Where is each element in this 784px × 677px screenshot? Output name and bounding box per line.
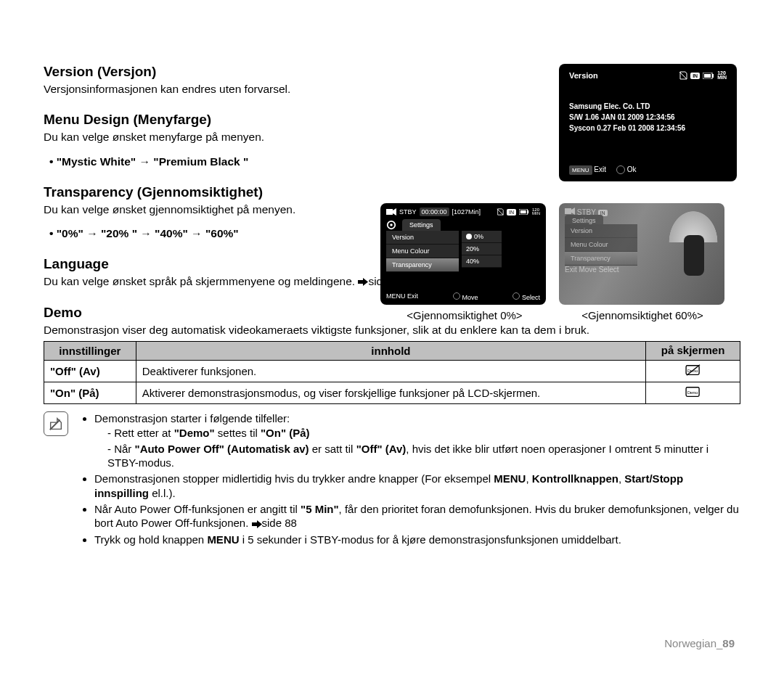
cell-content-off: Deaktiverer funksjonen. bbox=[136, 360, 645, 382]
svg-text:Demo: Demo bbox=[687, 390, 697, 395]
heading-menu-design: Menu Design (Menyfarge) bbox=[44, 112, 399, 128]
menu-item-version: Version bbox=[565, 224, 637, 238]
svg-rect-8 bbox=[527, 210, 528, 213]
camcorder-icon bbox=[565, 208, 575, 215]
footer-page: 89 bbox=[722, 637, 735, 649]
heading-transparency: Transparency (Gjennomsiktighet) bbox=[44, 184, 399, 200]
section-version: Version (Versjon) Versjonsinformasjonen … bbox=[44, 64, 399, 96]
ok-icon bbox=[616, 165, 625, 174]
check-icon bbox=[466, 234, 472, 239]
screen-menu-0: STBY 00:00:00 [1027Min] IN 120 MIN Setti… bbox=[380, 203, 546, 305]
svg-rect-11 bbox=[565, 208, 571, 214]
menu-item-transparency: Transparency bbox=[386, 258, 459, 272]
bullet-menu-design: "Mystic White" → "Premium Black " bbox=[49, 155, 399, 168]
menu-item-transparency: Transparency bbox=[565, 252, 637, 266]
menu-item-version: Version bbox=[386, 231, 459, 245]
note-1: Demonstrasjon starter i følgende tilfell… bbox=[94, 411, 740, 470]
th-onscreen: på skjermen bbox=[646, 341, 740, 360]
cell-icon-on: Demo bbox=[646, 382, 740, 403]
demo-on-icon: Demo bbox=[685, 385, 701, 398]
gear-icon bbox=[386, 220, 396, 230]
time-label: 00:00:00 bbox=[420, 208, 449, 216]
screen-version-status-icons: IN 120 MIN bbox=[679, 71, 727, 81]
caption-0pct: <Gjennomsiktighet 0%> bbox=[382, 309, 547, 321]
min-badge: 120 MIN bbox=[717, 71, 727, 81]
opt-40: 40% bbox=[462, 255, 502, 268]
exit-label: Exit bbox=[407, 292, 418, 300]
th-settings: innstillinger bbox=[44, 341, 136, 360]
svg-rect-7 bbox=[520, 210, 526, 213]
demo-off-icon: Demo bbox=[685, 364, 701, 377]
menu-button-label: MENU bbox=[386, 292, 406, 300]
desc-menu-design: Du kan velge ønsket menyfarge på menyen. bbox=[44, 131, 399, 144]
select-label: Select bbox=[522, 294, 540, 301]
version-line-3: Syscon 0.27 Feb 01 2008 12:34:56 bbox=[569, 123, 727, 134]
move-label: Move bbox=[462, 294, 478, 301]
screen-version: Version IN 120 MIN Samsung Elec. Co. LTD… bbox=[559, 64, 737, 181]
in-badge: IN bbox=[507, 209, 516, 216]
note-block: Demonstrasjon starter i følgende tilfell… bbox=[44, 411, 740, 549]
desc-version: Versjonsinformasjonen kan endres uten fo… bbox=[44, 83, 399, 96]
settings-tab: Settings bbox=[402, 219, 441, 231]
select-label: Select bbox=[599, 266, 619, 274]
heading-version: Version (Versjon) bbox=[44, 64, 399, 80]
demo-table: innstillinger innhold på skjermen "Off" … bbox=[44, 341, 740, 404]
screen-menu-60: STBY IN Settings Version Menu Colour Tra… bbox=[559, 203, 724, 305]
opt-0: 0% bbox=[462, 231, 502, 243]
version-line-2: S/W 1.06 JAN 01 2009 12:34:56 bbox=[569, 112, 727, 123]
in-badge: IN bbox=[690, 73, 700, 79]
menu-item-menu-colour: Menu Colour bbox=[386, 245, 459, 258]
move-label: Move bbox=[579, 266, 596, 274]
note-1-text: Demonstrasjon starter i følgende tilfell… bbox=[94, 412, 290, 424]
exit-label: Exit bbox=[594, 165, 606, 173]
note-2: Demonstrasjonen stopper midlertidig hvis… bbox=[94, 472, 740, 501]
opt-0-label: 0% bbox=[474, 233, 483, 240]
opt-20: 20% bbox=[462, 243, 502, 255]
desc-demo: Demonstrasjon viser deg automatisk video… bbox=[44, 324, 740, 337]
table-row: "On" (På) Aktiverer demonstrasjonsmodus,… bbox=[44, 382, 740, 403]
desc-transparency: Du kan velge ønsket gjennomsiktighet på … bbox=[44, 203, 399, 216]
min-badge: 120 MIN bbox=[532, 208, 540, 216]
sd-card-icon bbox=[497, 208, 504, 216]
cell-setting-on: "On" (På) bbox=[44, 382, 136, 403]
cell-icon-off: Demo bbox=[646, 360, 740, 382]
th-content: innhold bbox=[136, 341, 645, 360]
page-footer: Norwegian_89 bbox=[664, 637, 735, 649]
sd-card-icon bbox=[679, 71, 687, 80]
move-icon bbox=[453, 292, 460, 300]
menu-list: Version Menu Colour Transparency bbox=[386, 231, 459, 272]
version-line-1: Samsung Elec. Co. LTD bbox=[569, 101, 727, 112]
ok-label: Ok bbox=[627, 165, 637, 173]
svg-text:Demo: Demo bbox=[687, 369, 697, 373]
menu-button-label: MENU bbox=[569, 165, 592, 175]
exit-label: Exit bbox=[565, 266, 577, 274]
desc-language-pre: Du kan velge ønsket språk på skjermmenye… bbox=[44, 275, 358, 287]
section-menu-design: Menu Design (Menyfarge) Du kan velge øns… bbox=[44, 112, 399, 168]
opt-20-label: 20% bbox=[466, 245, 479, 253]
note-4: Trykk og hold knappen MENU i 5 sekunder … bbox=[94, 533, 740, 547]
remain-label: [1027Min] bbox=[452, 208, 481, 216]
svg-rect-4 bbox=[386, 209, 393, 215]
svg-point-10 bbox=[390, 223, 393, 226]
caption-60pct: <Gjennomsiktighet 60%> bbox=[559, 309, 726, 321]
opt-40-label: 40% bbox=[466, 258, 479, 265]
bullet-transparency: "0%" → "20% " → "40%" → "60%" bbox=[49, 227, 399, 240]
menu-item-menu-colour: Menu Colour bbox=[565, 238, 637, 252]
svg-rect-3 bbox=[712, 74, 714, 78]
note-1b: Når "Auto Power Off" (Automatisk av) er … bbox=[107, 442, 740, 471]
section-transparency: Transparency (Gjennomsiktighet) Du kan v… bbox=[44, 184, 399, 241]
select-icon bbox=[513, 292, 520, 300]
note-icon bbox=[44, 411, 68, 436]
note-1a: Rett etter at "Demo" settes til "On" (På… bbox=[107, 426, 740, 440]
stby-label: STBY bbox=[399, 208, 417, 216]
page-ref-icon bbox=[358, 276, 368, 289]
battery-icon bbox=[519, 209, 529, 215]
screen-version-title: Version bbox=[569, 71, 598, 80]
cell-content-on: Aktiverer demonstrasjonsmodus, og viser … bbox=[136, 382, 645, 403]
page-ref-icon bbox=[252, 517, 262, 532]
table-row: "Off" (Av) Deaktiverer funksjonen. Demo bbox=[44, 360, 740, 382]
cell-setting-off: "Off" (Av) bbox=[44, 360, 136, 382]
battery-icon bbox=[703, 73, 714, 79]
note-3: Når Auto Power Off-funksjonen er angitt … bbox=[94, 502, 740, 532]
camcorder-icon bbox=[386, 208, 396, 216]
